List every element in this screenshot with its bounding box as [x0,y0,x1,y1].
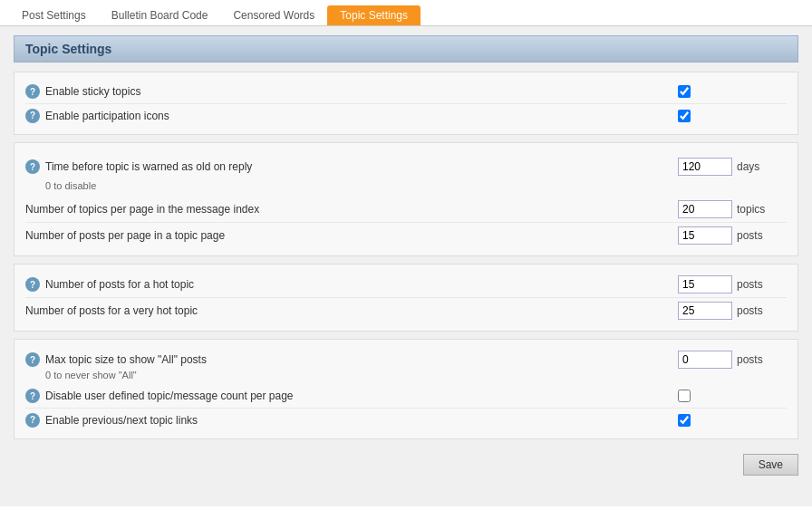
label-posts-very-hot-topic: Number of posts for a very hot topic [25,304,678,317]
unit-posts-hot-topic: posts [737,278,763,291]
help-icon-max-topic-size[interactable]: ? [25,352,40,367]
unit-time-warned: days [737,160,759,173]
help-icon-hot-topic[interactable]: ? [25,277,40,292]
input-max-topic-size[interactable] [678,351,732,369]
control-posts-very-hot-topic: posts [678,302,787,320]
control-max-topic-size: posts [678,351,787,369]
row-time-warned: ? Time before topic is warned as old on … [25,150,787,197]
control-disable-user-count [678,390,787,402]
label-time-warned: Time before topic is warned as old on re… [45,160,678,173]
help-icon-participation[interactable]: ? [25,109,40,123]
row-posts-hot-topic: ? Number of posts for a hot topic posts [25,272,787,297]
row-posts-very-hot-topic: Number of posts for a very hot topic pos… [25,297,787,323]
row-enable-participation-icons: ? Enable participation icons [25,103,787,127]
label-participation-icons: Enable participation icons [45,110,678,122]
unit-max-topic-size: posts [737,353,763,366]
row-topics-per-page: Number of topics per page in the message… [25,197,787,222]
label-max-topic-size: Max topic size to show "All" posts [45,353,678,366]
control-posts-per-page: posts [678,226,787,245]
input-topics-per-page[interactable] [678,200,732,218]
row-max-topic-size-wrapper: ? Max topic size to show "All" posts pos… [25,347,787,384]
checkbox-prev-next-links[interactable] [678,414,691,427]
block-misc: ? Max topic size to show "All" posts pos… [14,339,798,439]
help-icon-prev-next[interactable]: ? [25,413,40,428]
label-disable-user-count: Disable user defined topic/message count… [45,389,678,404]
tab-censored-words[interactable]: Censored Words [220,5,327,25]
row-enable-prev-next-links: ? Enable previous/next topic links [25,408,787,431]
label-prev-next-links: Enable previous/next topic links [45,414,678,427]
help-icon-disable-count[interactable]: ? [25,389,40,403]
section-header: Topic Settings [14,35,798,63]
unit-posts-per-page: posts [737,229,763,242]
label-posts-hot-topic: Number of posts for a hot topic [45,278,678,291]
row-time-warned-inner: ? Time before topic is warned as old on … [25,154,787,179]
save-button[interactable]: Save [743,454,798,476]
row-disable-user-count: ? Disable user defined topic/message cou… [25,384,787,408]
row-max-topic-size: ? Max topic size to show "All" posts pos… [25,351,787,369]
unit-topics-per-page: topics [737,203,765,216]
checkbox-disable-user-count[interactable] [678,390,691,402]
control-sticky-topics [678,85,787,98]
section-title: Topic Settings [25,42,111,56]
save-bar: Save [14,447,798,479]
label-sticky-topics: Enable sticky topics [45,85,678,98]
tab-bar: Post Settings Bulletin Board Code Censor… [0,0,812,26]
label-posts-per-page: Number of posts per page in a topic page [25,229,678,242]
row-enable-sticky-topics: ? Enable sticky topics [25,80,787,103]
block-time-paging: ? Time before topic is warned as old on … [14,142,798,256]
unit-posts-very-hot-topic: posts [737,304,763,317]
checkbox-participation-icons[interactable] [678,110,691,122]
control-prev-next-links [678,414,787,427]
help-icon-sticky[interactable]: ? [25,84,40,99]
hint-time-warned: 0 to disable [25,180,787,191]
input-posts-per-page[interactable] [678,226,732,245]
label-topics-per-page: Number of topics per page in the message… [25,203,678,216]
control-time-warned: days [678,158,787,176]
input-posts-hot-topic[interactable] [678,275,732,293]
tab-post-settings[interactable]: Post Settings [9,5,99,25]
block-sticky-participation: ? Enable sticky topics ? Enable particip… [14,72,798,135]
control-participation-icons [678,110,787,122]
main-content: Topic Settings ? Enable sticky topics ? … [0,26,812,506]
input-posts-very-hot-topic[interactable] [678,302,732,320]
hint-max-topic-size: 0 to never show "All" [25,370,787,380]
help-icon-time-warned[interactable]: ? [25,159,40,174]
tab-topic-settings[interactable]: Topic Settings [327,5,420,25]
checkbox-sticky-topics[interactable] [678,85,691,98]
input-time-warned[interactable] [678,158,732,176]
control-posts-hot-topic: posts [678,275,787,293]
control-topics-per-page: topics [678,200,787,218]
row-posts-per-page: Number of posts per page in a topic page… [25,222,787,248]
block-hot-topics: ? Number of posts for a hot topic posts … [14,264,798,332]
tab-bulletin-board-code[interactable]: Bulletin Board Code [99,5,221,25]
